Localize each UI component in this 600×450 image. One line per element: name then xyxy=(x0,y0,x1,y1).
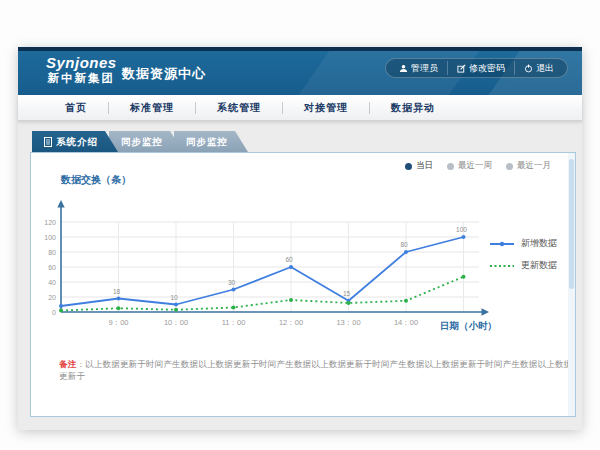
legend-item-0[interactable]: 新增数据 xyxy=(489,237,557,250)
nav-item-interface-management[interactable]: 对接管理 xyxy=(283,101,369,115)
x-axis-arrow xyxy=(482,308,490,315)
radio-unselected-icon xyxy=(506,163,513,170)
x-tick-label: 10：00 xyxy=(164,318,188,327)
radio-selected-icon xyxy=(405,163,412,170)
y-tick-label: 80 xyxy=(48,249,56,256)
y-tick-label: 0 xyxy=(52,309,56,316)
line-chart-svg: 0204060801001209：0010：0011：0012：0013：001… xyxy=(41,197,501,337)
logout-button[interactable]: 退出 xyxy=(514,61,563,75)
legend-label: 更新数据 xyxy=(521,259,557,272)
page-title: 数据资源中心 xyxy=(122,65,206,83)
edit-icon xyxy=(457,64,466,73)
nav-item-standard-management[interactable]: 标准管理 xyxy=(109,101,195,115)
data-point xyxy=(404,299,408,303)
footnote: 备注：以上数据更新于时间产生数据以上数据更新于时间产生数据以上数据更新于时间产生… xyxy=(59,359,575,383)
data-point xyxy=(174,308,178,312)
data-point xyxy=(232,288,236,292)
tab-strip: 系统介绍 同步监控 同步监控 xyxy=(32,131,248,152)
data-point xyxy=(59,304,63,308)
period-filter: 当日 最近一周 最近一月 xyxy=(405,160,551,172)
nav-item-data-changes[interactable]: 数据异动 xyxy=(370,101,456,115)
change-password-label: 修改密码 xyxy=(469,62,505,75)
app-window: Synjones 新中新集团 数据资源中心 管理员 修改密码 退出 xyxy=(18,47,582,430)
radio-label: 当日 xyxy=(416,160,433,172)
radio-today[interactable]: 当日 xyxy=(405,160,433,172)
data-point xyxy=(347,301,351,305)
x-axis-title: 日期（小时） xyxy=(440,320,497,332)
y-tick-label: 120 xyxy=(44,219,56,226)
x-tick-label: 12：00 xyxy=(279,318,303,327)
logo-text: Synjones xyxy=(46,55,117,72)
user-toolbar: 管理员 修改密码 退出 xyxy=(385,58,568,78)
data-point xyxy=(289,265,293,269)
scrollbar[interactable] xyxy=(568,153,575,416)
nav-item-home[interactable]: 首页 xyxy=(44,101,108,115)
y-axis-title: 数据交换（条） xyxy=(61,173,131,187)
radio-unselected-icon xyxy=(447,163,454,170)
radio-label: 最近一周 xyxy=(458,160,492,172)
data-point xyxy=(289,298,293,302)
footnote-body: ：以上数据更新于时间产生数据以上数据更新于时间产生数据以上数据更新于时间产生数据… xyxy=(59,359,572,381)
tab-sync-monitor-1[interactable]: 同步监控 xyxy=(109,131,183,152)
chart-legend: 新增数据更新数据 xyxy=(489,237,557,272)
tab-system-intro[interactable]: 系统介绍 xyxy=(32,131,118,152)
y-tick-label: 40 xyxy=(48,279,56,286)
legend-label: 新增数据 xyxy=(521,237,557,250)
data-point xyxy=(174,303,178,307)
scrollbar-thumb[interactable] xyxy=(569,159,574,289)
content-area: 系统介绍 同步监控 同步监控 当日 最近一周 xyxy=(18,125,582,430)
chart-panel: 当日 最近一周 最近一月 数据交换（条） 0204060801001209：00… xyxy=(30,152,576,417)
tab-label: 系统介绍 xyxy=(56,131,98,152)
data-point-label: 18 xyxy=(113,288,121,295)
logo-subtext: 新中新集团 xyxy=(46,72,117,85)
document-icon xyxy=(44,137,52,147)
x-tick-label: 13：00 xyxy=(336,318,360,327)
data-point xyxy=(117,297,121,301)
data-point xyxy=(462,235,466,239)
y-axis-arrow xyxy=(57,200,64,208)
tab-sync-monitor-2[interactable]: 同步监控 xyxy=(174,131,248,152)
y-tick-label: 100 xyxy=(44,234,56,241)
legend-line-sample xyxy=(489,239,515,249)
radio-last-month[interactable]: 最近一月 xyxy=(506,160,551,172)
power-icon xyxy=(524,64,533,73)
y-tick-label: 20 xyxy=(48,294,56,301)
x-tick-label: 11：00 xyxy=(222,318,246,327)
x-tick-label: 9：00 xyxy=(108,318,128,327)
data-point xyxy=(404,250,408,254)
legend-line-sample xyxy=(489,261,515,271)
y-tick-label: 60 xyxy=(48,264,56,271)
company-logo: Synjones 新中新集团 xyxy=(46,55,117,84)
data-point-label: 30 xyxy=(228,279,236,286)
radio-last-week[interactable]: 最近一周 xyxy=(447,160,492,172)
tab-label: 同步监控 xyxy=(121,131,163,152)
logout-label: 退出 xyxy=(536,62,554,75)
data-point-label: 100 xyxy=(456,226,467,233)
page-background: Synjones 新中新集团 数据资源中心 管理员 修改密码 退出 xyxy=(0,0,600,450)
data-point xyxy=(232,306,236,310)
chart-area: 0204060801001209：0010：0011：0012：0013：001… xyxy=(41,197,501,337)
data-point-label: 80 xyxy=(400,241,408,248)
user-icon xyxy=(399,64,408,73)
nav-item-system-management[interactable]: 系统管理 xyxy=(196,101,282,115)
tab-label: 同步监控 xyxy=(186,131,228,152)
user-name-label: 管理员 xyxy=(411,62,438,75)
data-point xyxy=(117,306,121,310)
data-point-label: 15 xyxy=(343,290,351,297)
legend-item-1[interactable]: 更新数据 xyxy=(489,259,557,272)
change-password-button[interactable]: 修改密码 xyxy=(447,61,514,75)
data-point-label: 60 xyxy=(285,256,293,263)
main-navigation: 首页 标准管理 系统管理 对接管理 数据异动 xyxy=(18,95,582,121)
x-tick-label: 14：00 xyxy=(394,318,418,327)
data-point-label: 10 xyxy=(170,294,178,301)
user-account-button[interactable]: 管理员 xyxy=(390,61,447,75)
radio-label: 最近一月 xyxy=(517,160,551,172)
app-header: Synjones 新中新集团 数据资源中心 管理员 修改密码 退出 xyxy=(18,51,582,95)
footnote-prefix: 备注 xyxy=(59,359,76,369)
data-point xyxy=(59,309,63,313)
data-point xyxy=(462,275,466,279)
